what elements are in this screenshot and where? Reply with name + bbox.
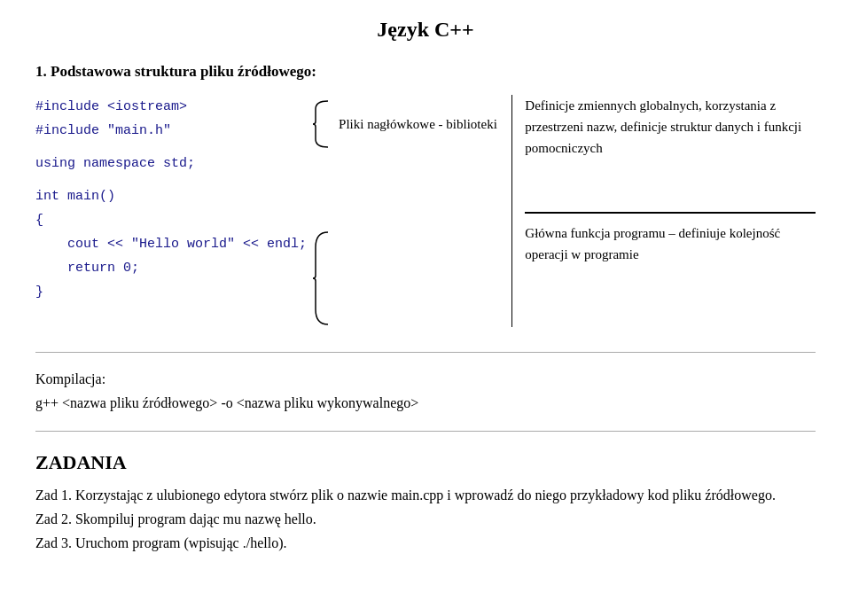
brace-bottom-svg: [312, 230, 332, 327]
annotation-bottom: Główna funkcja programu – definiuje kole…: [525, 222, 816, 327]
code-line-1: #include <iostream>: [35, 95, 307, 119]
zad1: Zad 1. Korzystając z ulubionego edytora …: [35, 483, 816, 507]
code-block: #include <iostream> #include "main.h" us…: [35, 95, 307, 327]
section-heading: 1. Podstawowa struktura pliku źródłowego…: [35, 63, 816, 81]
annotations-col: Definicje zmiennych globalnych, korzysta…: [525, 95, 816, 327]
annotation-top: Definicje zmiennych globalnych, korzysta…: [525, 95, 816, 212]
code-line-7: return 0;: [35, 256, 307, 280]
vertical-divider: [511, 95, 513, 327]
compilation-section: Kompilacja: g++ <nazwa pliku źródłowego>…: [35, 367, 816, 415]
brace-top-label: Pliki nagłówkowe - biblioteki: [339, 117, 497, 132]
code-line-4: int main(): [35, 184, 307, 208]
zadania-title: ZADANIA: [35, 446, 816, 479]
section-divider: [35, 352, 816, 353]
zad3: Zad 3. Uruchom program (wpisując ./hello…: [35, 531, 816, 555]
code-line-3: using namespace std;: [35, 152, 307, 175]
compilation-command: g++ <nazwa pliku źródłowego> -o <nazwa p…: [35, 395, 418, 410]
code-line-8: }: [35, 280, 307, 304]
page-title: Język C++: [35, 18, 816, 42]
brace-section: Pliki nagłówkowe - biblioteki: [312, 95, 497, 327]
zadania-divider: [35, 431, 816, 432]
code-line-6: cout << "Hello world" << endl;: [35, 232, 307, 256]
brace-top-svg: [312, 98, 332, 150]
diagram-area: #include <iostream> #include "main.h" us…: [35, 95, 816, 327]
annotation-divider: [525, 212, 816, 214]
compilation-label: Kompilacja:: [35, 371, 105, 386]
zad2: Zad 2. Skompiluj program dając mu nazwę …: [35, 507, 816, 531]
code-line-2: #include "main.h": [35, 119, 307, 143]
zadania-section: ZADANIA Zad 1. Korzystając z ulubionego …: [35, 446, 816, 555]
code-line-5: {: [35, 208, 307, 232]
